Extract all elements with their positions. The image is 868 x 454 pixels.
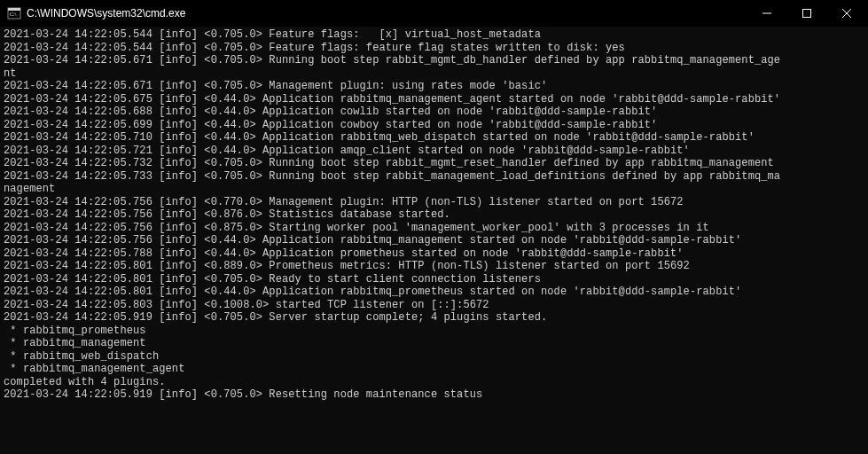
log-line: * rabbitmq_prometheus [4, 325, 864, 338]
log-line: 2021-03-24 14:22:05.801 [info] <0.705.0>… [4, 273, 864, 286]
log-line: 2021-03-24 14:22:05.788 [info] <0.44.0> … [4, 247, 864, 261]
log-line: 2021-03-24 14:22:05.544 [info] <0.705.0>… [4, 42, 864, 55]
log-line: 2021-03-24 14:22:05.801 [info] <0.44.0> … [4, 286, 864, 299]
log-line: 2021-03-24 14:22:05.671 [info] <0.705.0>… [4, 80, 864, 93]
log-line: completed with 4 plugins. [4, 376, 864, 389]
log-line: 2021-03-24 14:22:05.756 [info] <0.770.0>… [4, 196, 864, 209]
log-line: * rabbitmq_management_agent [4, 363, 864, 376]
window-controls [747, 0, 866, 27]
log-line: 2021-03-24 14:22:05.721 [info] <0.44.0> … [4, 145, 864, 158]
log-line: 2021-03-24 14:22:05.544 [info] <0.705.0>… [4, 28, 864, 42]
log-line: 2021-03-24 14:22:05.919 [info] <0.705.0>… [4, 388, 864, 402]
log-line: * rabbitmq_web_dispatch [4, 350, 864, 364]
log-line: 2021-03-24 14:22:05.756 [info] <0.876.0>… [4, 208, 864, 222]
log-line: 2021-03-24 14:22:05.710 [info] <0.44.0> … [4, 131, 864, 145]
log-line: 2021-03-24 14:22:05.732 [info] <0.705.0>… [4, 157, 864, 170]
window-title: C:\WINDOWS\system32\cmd.exe [27, 7, 747, 20]
log-line: 2021-03-24 14:22:05.756 [info] <0.875.0>… [4, 222, 864, 235]
svg-text:C:\: C:\ [10, 12, 17, 17]
log-line: 2021-03-24 14:22:05.733 [info] <0.705.0>… [4, 170, 864, 184]
log-line: * rabbitmq_management [4, 337, 864, 350]
log-line: nt [4, 67, 864, 81]
log-line: 2021-03-24 14:22:05.671 [info] <0.705.0>… [4, 54, 864, 67]
title-bar: C:\ C:\WINDOWS\system32\cmd.exe [0, 0, 868, 27]
minimize-button[interactable] [747, 0, 786, 27]
log-line: 2021-03-24 14:22:05.801 [info] <0.889.0>… [4, 260, 864, 273]
log-line: 2021-03-24 14:22:05.803 [info] <0.1008.0… [4, 299, 864, 312]
log-line: 2021-03-24 14:22:05.699 [info] <0.44.0> … [4, 119, 864, 132]
log-line: nagement [4, 183, 864, 196]
log-line: 2021-03-24 14:22:05.756 [info] <0.44.0> … [4, 234, 864, 247]
cmd-icon: C:\ [7, 6, 21, 20]
svg-rect-4 [802, 10, 810, 18]
console-output[interactable]: 2021-03-24 14:22:05.544 [info] <0.705.0>… [0, 27, 868, 454]
log-line: 2021-03-24 14:22:05.688 [info] <0.44.0> … [4, 106, 864, 119]
log-line: 2021-03-24 14:22:05.919 [info] <0.705.0>… [4, 311, 864, 325]
close-button[interactable] [826, 0, 866, 27]
svg-rect-1 [8, 8, 20, 11]
log-line: 2021-03-24 14:22:05.675 [info] <0.44.0> … [4, 93, 864, 106]
maximize-button[interactable] [786, 0, 826, 27]
